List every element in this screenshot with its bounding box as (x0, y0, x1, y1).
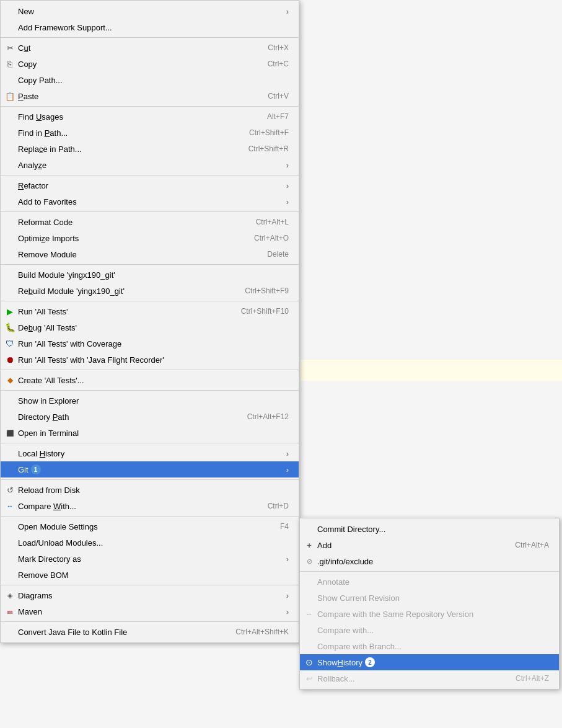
git-badge: 1 (31, 464, 41, 474)
separator (1, 175, 299, 175)
rollback-icon: ↩ (304, 674, 315, 683)
menu-item-run-recorder[interactable]: ⏺ Run 'All Tests' with 'Java Flight Reco… (1, 352, 299, 368)
history-icon: ⊙ (304, 657, 315, 667)
menu-item-copy[interactable]: ⎘ Copy Ctrl+C (1, 56, 299, 72)
separator (1, 585, 299, 585)
debug-icon: 🐛 (4, 322, 15, 332)
separator (300, 571, 559, 572)
arrow-icon: › (268, 465, 289, 474)
menu-item-build-module[interactable]: Build Module 'yingx190_git' (1, 267, 299, 283)
separator (1, 370, 299, 370)
menu-item-show-in-explorer[interactable]: Show in Explorer (1, 393, 299, 409)
menu-item-remove-bom[interactable]: Remove BOM (1, 567, 299, 583)
menu-item-refactor[interactable]: Refactor › (1, 177, 299, 193)
maven-icon: m (4, 608, 15, 615)
menu-item-remove-module[interactable]: Remove Module Delete (1, 246, 299, 262)
menu-item-add-to-favorites[interactable]: Add to Favorites › (1, 193, 299, 210)
menu-item-find-usages[interactable]: Find Usages Alt+F7 (1, 109, 299, 125)
menu-item-create-tests[interactable]: ◆ Create 'All Tests'... (1, 372, 299, 388)
menu-item-copy-path[interactable]: Copy Path... (1, 72, 299, 88)
menu-item-convert-java[interactable]: Convert Java File to Kotlin File Ctrl+Al… (1, 624, 299, 640)
menu-item-reformat-code[interactable]: Reformat Code Ctrl+Alt+L (1, 214, 299, 230)
run-icon: ▶ (4, 307, 15, 316)
terminal-icon: ⬛ (4, 430, 15, 437)
separator (1, 390, 299, 391)
submenu-item-show-history[interactable]: ⊙ Show History2 (300, 654, 559, 670)
exclude-icon: ⊘ (304, 557, 315, 566)
arrow-icon: › (268, 7, 289, 16)
menu-item-paste[interactable]: 📋 Paste Ctrl+V (1, 88, 299, 104)
separator (1, 301, 299, 301)
menu-item-load-unload-modules[interactable]: Load/Unload Modules... (1, 535, 299, 551)
menu-item-open-module-settings[interactable]: Open Module Settings F4 (1, 518, 299, 535)
submenu-item-add[interactable]: + Add Ctrl+Alt+A (300, 537, 559, 553)
menu-item-debug-tests[interactable]: 🐛 Debug 'All Tests' (1, 319, 299, 335)
submenu-item-compare-with[interactable]: Compare with... (300, 622, 559, 638)
menu-item-find-in-path[interactable]: Find in Path... Ctrl+Shift+F (1, 125, 299, 141)
git-add-icon: + (304, 541, 315, 550)
separator (1, 264, 299, 265)
menu-item-replace-in-path[interactable]: Replace in Path... Ctrl+Shift+R (1, 141, 299, 157)
menu-item-reload-from-disk[interactable]: ↺ Reload from Disk (1, 482, 299, 498)
arrow-icon: › (268, 607, 289, 616)
create-tests-icon: ◆ (4, 376, 15, 384)
menu-item-mark-directory[interactable]: Mark Directory as › (1, 551, 299, 567)
scissors-icon: ✂ (4, 43, 15, 53)
history-badge: 2 (365, 657, 375, 667)
separator (1, 479, 299, 480)
menu-item-local-history[interactable]: Local History › (1, 445, 299, 461)
separator (1, 106, 299, 107)
arrow-icon: › (268, 161, 289, 170)
separator (1, 443, 299, 443)
submenu-item-rollback[interactable]: ↩ Rollback... Ctrl+Alt+Z (300, 670, 559, 686)
diagrams-icon: ◈ (4, 592, 15, 600)
separator (1, 621, 299, 622)
compare-repo-icon: ↔ (304, 610, 315, 618)
submenu-item-commit-directory[interactable]: Commit Directory... (300, 521, 559, 537)
paste-icon: 📋 (4, 92, 15, 101)
coverage-icon: 🛡 (4, 339, 15, 348)
reload-icon: ↺ (4, 486, 15, 495)
menu-item-compare-with[interactable]: ↔ Compare With... Ctrl+D (1, 498, 299, 514)
submenu-item-show-current-revision[interactable]: Show Current Revision (300, 590, 559, 606)
separator (1, 516, 299, 517)
arrow-icon: › (268, 449, 289, 458)
menu-item-optimize-imports[interactable]: Optimize Imports Ctrl+Alt+O (1, 230, 299, 246)
menu-item-analyze[interactable]: Analyze › (1, 157, 299, 173)
menu-item-maven[interactable]: m Maven › (1, 603, 299, 619)
recorder-icon: ⏺ (4, 355, 15, 365)
arrow-icon: › (268, 591, 289, 600)
compare-icon: ↔ (4, 502, 15, 510)
git-submenu: Commit Directory... + Add Ctrl+Alt+A ⊘ .… (299, 518, 560, 690)
yellow-highlight (301, 360, 562, 381)
menu-item-directory-path[interactable]: Directory Path Ctrl+Alt+F12 (1, 409, 299, 425)
copy-icon: ⎘ (4, 60, 15, 69)
menu-item-add-framework[interactable]: Add Framework Support... (1, 19, 299, 35)
context-menu: New › Add Framework Support... ✂ Cut Ctr… (0, 0, 299, 643)
menu-item-open-terminal[interactable]: ⬛ Open in Terminal (1, 425, 299, 441)
menu-item-run-coverage[interactable]: 🛡 Run 'All Tests' with Coverage (1, 335, 299, 352)
menu-item-git[interactable]: Git1 › (1, 461, 299, 477)
menu-item-cut[interactable]: ✂ Cut Ctrl+X (1, 40, 299, 56)
menu-item-new[interactable]: New › (1, 3, 299, 19)
submenu-item-git-info-exclude[interactable]: ⊘ .git/info/exclude (300, 553, 559, 569)
submenu-item-annotate[interactable]: Annotate (300, 574, 559, 590)
arrow-icon: › (268, 197, 289, 206)
separator (1, 37, 299, 38)
submenu-item-compare-branch[interactable]: Compare with Branch... (300, 638, 559, 654)
separator (1, 211, 299, 212)
submenu-item-compare-same-repo[interactable]: ↔ Compare with the Same Repository Versi… (300, 606, 559, 622)
arrow-icon: › (268, 181, 289, 190)
arrow-icon: › (268, 554, 289, 564)
menu-item-run-tests[interactable]: ▶ Run 'All Tests' Ctrl+Shift+F10 (1, 303, 299, 319)
menu-item-diagrams[interactable]: ◈ Diagrams › (1, 587, 299, 603)
menu-item-rebuild-module[interactable]: Rebuild Module 'yingx190_git' Ctrl+Shift… (1, 283, 299, 299)
